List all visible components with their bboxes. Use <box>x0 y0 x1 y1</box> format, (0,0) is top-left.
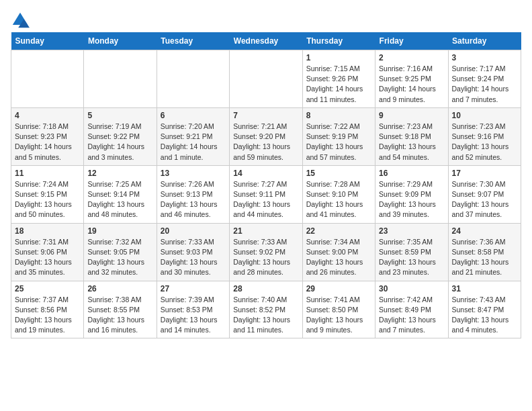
logo <box>11 11 32 30</box>
calendar-table: SundayMondayTuesdayWednesdayThursdayFrid… <box>11 32 521 338</box>
calendar-week-row: 11Sunrise: 7:24 AM Sunset: 9:15 PM Dayli… <box>11 165 521 223</box>
column-header-wednesday: Wednesday <box>230 32 302 50</box>
day-info: Sunrise: 7:33 AM Sunset: 9:03 PM Dayligh… <box>161 237 226 278</box>
day-number: 14 <box>233 169 298 178</box>
day-number: 9 <box>379 111 444 120</box>
day-info: Sunrise: 7:19 AM Sunset: 9:22 PM Dayligh… <box>87 122 152 163</box>
calendar-cell <box>230 50 302 108</box>
calendar-cell: 15Sunrise: 7:28 AM Sunset: 9:10 PM Dayli… <box>302 165 375 223</box>
day-info: Sunrise: 7:23 AM Sunset: 9:18 PM Dayligh… <box>379 122 444 163</box>
calendar-cell: 22Sunrise: 7:34 AM Sunset: 9:00 PM Dayli… <box>302 223 375 281</box>
day-number: 26 <box>87 284 152 293</box>
day-info: Sunrise: 7:21 AM Sunset: 9:20 PM Dayligh… <box>233 122 298 163</box>
day-number: 6 <box>161 111 226 120</box>
day-number: 21 <box>233 226 298 236</box>
day-number: 10 <box>452 111 517 120</box>
calendar-cell: 24Sunrise: 7:36 AM Sunset: 8:58 PM Dayli… <box>448 223 521 281</box>
day-info: Sunrise: 7:41 AM Sunset: 8:50 PM Dayligh… <box>306 295 371 336</box>
day-info: Sunrise: 7:16 AM Sunset: 9:25 PM Dayligh… <box>379 64 444 105</box>
day-info: Sunrise: 7:42 AM Sunset: 8:49 PM Dayligh… <box>379 295 444 336</box>
day-number: 2 <box>379 53 444 62</box>
day-info: Sunrise: 7:15 AM Sunset: 9:26 PM Dayligh… <box>306 64 371 105</box>
day-info: Sunrise: 7:27 AM Sunset: 9:11 PM Dayligh… <box>233 179 298 220</box>
calendar-cell: 27Sunrise: 7:39 AM Sunset: 8:53 PM Dayli… <box>157 281 229 338</box>
calendar-cell: 29Sunrise: 7:41 AM Sunset: 8:50 PM Dayli… <box>302 281 375 338</box>
day-info: Sunrise: 7:33 AM Sunset: 9:02 PM Dayligh… <box>233 237 298 278</box>
day-number: 31 <box>452 284 517 293</box>
calendar-cell: 4Sunrise: 7:18 AM Sunset: 9:23 PM Daylig… <box>11 107 84 165</box>
day-number: 3 <box>452 53 517 62</box>
day-number: 28 <box>233 284 298 293</box>
calendar-cell: 19Sunrise: 7:32 AM Sunset: 9:05 PM Dayli… <box>84 223 157 281</box>
page-header <box>11 11 521 30</box>
calendar-cell: 10Sunrise: 7:23 AM Sunset: 9:16 PM Dayli… <box>448 107 521 165</box>
day-info: Sunrise: 7:22 AM Sunset: 9:19 PM Dayligh… <box>306 122 371 163</box>
day-info: Sunrise: 7:37 AM Sunset: 8:56 PM Dayligh… <box>15 295 80 336</box>
day-number: 12 <box>87 169 152 178</box>
column-header-monday: Monday <box>84 32 157 50</box>
day-number: 27 <box>161 284 226 293</box>
day-info: Sunrise: 7:24 AM Sunset: 9:15 PM Dayligh… <box>15 179 80 220</box>
column-header-sunday: Sunday <box>11 32 84 50</box>
column-header-thursday: Thursday <box>302 32 375 50</box>
day-number: 22 <box>306 226 371 236</box>
day-info: Sunrise: 7:28 AM Sunset: 9:10 PM Dayligh… <box>306 179 371 220</box>
column-header-friday: Friday <box>375 32 448 50</box>
calendar-cell: 5Sunrise: 7:19 AM Sunset: 9:22 PM Daylig… <box>84 107 157 165</box>
day-number: 15 <box>306 169 371 178</box>
calendar-week-row: 25Sunrise: 7:37 AM Sunset: 8:56 PM Dayli… <box>11 281 521 338</box>
calendar-cell <box>84 50 157 108</box>
day-info: Sunrise: 7:39 AM Sunset: 8:53 PM Dayligh… <box>161 295 226 336</box>
calendar-cell: 18Sunrise: 7:31 AM Sunset: 9:06 PM Dayli… <box>11 223 84 281</box>
day-info: Sunrise: 7:35 AM Sunset: 8:59 PM Dayligh… <box>379 237 444 278</box>
day-number: 11 <box>15 169 80 178</box>
day-info: Sunrise: 7:17 AM Sunset: 9:24 PM Dayligh… <box>452 64 517 105</box>
day-number: 4 <box>15 111 80 120</box>
day-info: Sunrise: 7:38 AM Sunset: 8:55 PM Dayligh… <box>87 295 152 336</box>
day-number: 30 <box>379 284 444 293</box>
calendar-cell: 26Sunrise: 7:38 AM Sunset: 8:55 PM Dayli… <box>84 281 157 338</box>
calendar-cell: 12Sunrise: 7:25 AM Sunset: 9:14 PM Dayli… <box>84 165 157 223</box>
calendar-week-row: 4Sunrise: 7:18 AM Sunset: 9:23 PM Daylig… <box>11 107 521 165</box>
calendar-cell: 28Sunrise: 7:40 AM Sunset: 8:52 PM Dayli… <box>230 281 302 338</box>
day-info: Sunrise: 7:34 AM Sunset: 9:00 PM Dayligh… <box>306 237 371 278</box>
day-number: 8 <box>306 111 371 120</box>
day-info: Sunrise: 7:26 AM Sunset: 9:13 PM Dayligh… <box>161 179 226 220</box>
day-info: Sunrise: 7:40 AM Sunset: 8:52 PM Dayligh… <box>233 295 298 336</box>
day-number: 1 <box>306 53 371 62</box>
calendar-cell: 21Sunrise: 7:33 AM Sunset: 9:02 PM Dayli… <box>230 223 302 281</box>
calendar-cell: 16Sunrise: 7:29 AM Sunset: 9:09 PM Dayli… <box>375 165 448 223</box>
day-info: Sunrise: 7:30 AM Sunset: 9:07 PM Dayligh… <box>452 179 517 220</box>
column-header-tuesday: Tuesday <box>157 32 229 50</box>
calendar-cell: 23Sunrise: 7:35 AM Sunset: 8:59 PM Dayli… <box>375 223 448 281</box>
calendar-cell: 20Sunrise: 7:33 AM Sunset: 9:03 PM Dayli… <box>157 223 229 281</box>
day-number: 7 <box>233 111 298 120</box>
calendar-cell: 6Sunrise: 7:20 AM Sunset: 9:21 PM Daylig… <box>157 107 229 165</box>
calendar-week-row: 1Sunrise: 7:15 AM Sunset: 9:26 PM Daylig… <box>11 50 521 108</box>
calendar-cell: 31Sunrise: 7:43 AM Sunset: 8:47 PM Dayli… <box>448 281 521 338</box>
calendar-cell: 3Sunrise: 7:17 AM Sunset: 9:24 PM Daylig… <box>448 50 521 108</box>
calendar-cell: 11Sunrise: 7:24 AM Sunset: 9:15 PM Dayli… <box>11 165 84 223</box>
day-info: Sunrise: 7:43 AM Sunset: 8:47 PM Dayligh… <box>452 295 517 336</box>
calendar-header-row: SundayMondayTuesdayWednesdayThursdayFrid… <box>11 32 521 50</box>
calendar-cell: 13Sunrise: 7:26 AM Sunset: 9:13 PM Dayli… <box>157 165 229 223</box>
day-number: 16 <box>379 169 444 178</box>
logo-icon <box>11 11 30 30</box>
day-info: Sunrise: 7:25 AM Sunset: 9:14 PM Dayligh… <box>87 179 152 220</box>
day-number: 13 <box>161 169 226 178</box>
calendar-cell <box>157 50 229 108</box>
day-number: 20 <box>161 226 226 236</box>
day-info: Sunrise: 7:29 AM Sunset: 9:09 PM Dayligh… <box>379 179 444 220</box>
day-number: 5 <box>87 111 152 120</box>
column-header-saturday: Saturday <box>448 32 521 50</box>
day-number: 23 <box>379 226 444 236</box>
day-info: Sunrise: 7:32 AM Sunset: 9:05 PM Dayligh… <box>87 237 152 278</box>
calendar-cell: 9Sunrise: 7:23 AM Sunset: 9:18 PM Daylig… <box>375 107 448 165</box>
calendar-cell: 8Sunrise: 7:22 AM Sunset: 9:19 PM Daylig… <box>302 107 375 165</box>
day-number: 18 <box>15 226 80 236</box>
day-number: 25 <box>15 284 80 293</box>
calendar-cell: 30Sunrise: 7:42 AM Sunset: 8:49 PM Dayli… <box>375 281 448 338</box>
calendar-cell <box>11 50 84 108</box>
calendar-cell: 1Sunrise: 7:15 AM Sunset: 9:26 PM Daylig… <box>302 50 375 108</box>
calendar-week-row: 18Sunrise: 7:31 AM Sunset: 9:06 PM Dayli… <box>11 223 521 281</box>
